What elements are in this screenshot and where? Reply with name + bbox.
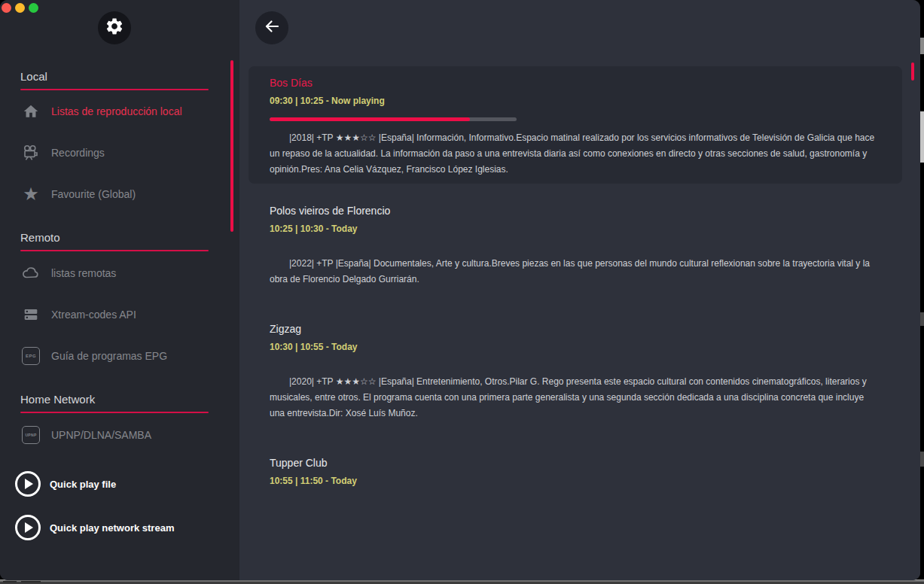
cloud-icon bbox=[21, 263, 41, 283]
movie-camera-icon bbox=[21, 143, 41, 163]
sidebar-item-label: UPNP/DLNA/SAMBA bbox=[51, 429, 151, 441]
background-fragment bbox=[920, 452, 924, 467]
sidebar-item-recordings[interactable]: Recordings bbox=[21, 141, 105, 164]
play-circle-icon bbox=[15, 515, 41, 540]
server-icon bbox=[21, 305, 41, 324]
sidebar: Local Listas de reproducción local Re bbox=[0, 0, 239, 580]
sidebar-item-label: Favourite (Global) bbox=[51, 188, 136, 200]
sidebar-section-home-network: Home Network bbox=[20, 392, 209, 413]
quick-action-label: Quick play network stream bbox=[50, 522, 174, 534]
sidebar-scrollbar-thumb[interactable] bbox=[230, 60, 233, 232]
settings-button[interactable] bbox=[98, 11, 131, 44]
epg-entry[interactable]: Tupper Club 10:55 | 11:50 - Today |2021|… bbox=[249, 455, 902, 512]
sidebar-item-favourite-global[interactable]: ★ Favourite (Global) bbox=[21, 183, 136, 205]
sidebar-section-remoto: Remoto bbox=[20, 230, 209, 251]
epg-program-list[interactable]: Bos Días 09:30 | 10:25 - Now playing |20… bbox=[249, 66, 902, 512]
epg-scrollbar-thumb[interactable] bbox=[911, 62, 914, 81]
section-title: Local bbox=[20, 69, 209, 84]
sidebar-item-epg-guide[interactable]: EPG Guía de programas EPG bbox=[21, 345, 167, 367]
section-title: Home Network bbox=[20, 392, 209, 407]
program-description: |2020| +TP ★★★☆☆ |España| Entretenimient… bbox=[270, 374, 881, 421]
background-fragment bbox=[920, 312, 924, 326]
program-time: 10:55 | 11:50 - Today bbox=[270, 475, 881, 487]
epg-badge-icon: EPG bbox=[21, 346, 41, 366]
sidebar-item-label: Recordings bbox=[51, 147, 105, 159]
star-icon: ★ bbox=[21, 184, 41, 204]
sidebar-section-local: Local bbox=[20, 69, 209, 90]
zoom-window-button[interactable] bbox=[29, 3, 38, 13]
sidebar-item-remote-lists[interactable]: listas remotas bbox=[21, 262, 116, 284]
background-fragment bbox=[21, 581, 41, 582]
quick-play-network-stream-button[interactable]: Quick play network stream bbox=[15, 515, 174, 540]
background-fragment bbox=[920, 38, 924, 54]
sidebar-item-label: Listas de reproducción local bbox=[51, 105, 182, 117]
quick-play-file-button[interactable]: Quick play file bbox=[15, 471, 116, 497]
sidebar-item-local-playlists[interactable]: Listas de reproducción local bbox=[21, 100, 182, 123]
program-time: 10:25 | 10:30 - Today bbox=[270, 223, 881, 235]
sidebar-item-upnp-dlna-samba[interactable]: UPNP UPNP/DLNA/SAMBA bbox=[21, 424, 151, 446]
program-title: Polos vieiros de Florencio bbox=[270, 203, 881, 218]
epg-entry[interactable]: Polos vieiros de Florencio 10:25 | 10:30… bbox=[249, 203, 902, 287]
program-title: Tupper Club bbox=[270, 455, 881, 470]
section-title: Remoto bbox=[20, 230, 209, 245]
section-underline bbox=[20, 412, 209, 413]
program-title: Zigzag bbox=[270, 321, 881, 336]
program-description: |2018| +TP ★★★☆☆ |España| Información, I… bbox=[270, 130, 881, 178]
section-underline bbox=[20, 250, 209, 251]
program-description: |2022| +TP |España| Documentales, Arte y… bbox=[270, 256, 881, 287]
play-circle-icon bbox=[15, 471, 41, 497]
epg-entry-now-playing[interactable]: Bos Días 09:30 | 10:25 - Now playing |20… bbox=[249, 66, 902, 184]
background-fragment bbox=[920, 111, 924, 163]
upnp-badge-icon: UPNP bbox=[21, 425, 41, 445]
program-time: 10:30 | 10:55 - Today bbox=[270, 341, 881, 353]
epg-entry[interactable]: Zigzag 10:30 | 10:55 - Today |2020| +TP … bbox=[249, 321, 902, 421]
program-time: 09:30 | 10:25 - Now playing bbox=[270, 95, 881, 107]
section-underline bbox=[20, 89, 209, 90]
sidebar-item-xtream-codes[interactable]: Xtream-codes API bbox=[21, 303, 136, 326]
minimize-window-button[interactable] bbox=[15, 3, 25, 13]
epg-panel: Bos Días 09:30 | 10:25 - Now playing |20… bbox=[239, 0, 920, 580]
app-window: Local Listas de reproducción local Re bbox=[0, 0, 920, 580]
sidebar-item-label: Guía de programas EPG bbox=[51, 350, 167, 362]
sidebar-item-label: Xtream-codes API bbox=[51, 309, 136, 321]
desktop: Local Listas de reproducción local Re bbox=[0, 0, 924, 584]
program-description: |2021| +TP ★★★☆☆ |España| Ocio y Aficion… bbox=[270, 508, 881, 512]
progress-bar bbox=[270, 117, 517, 121]
sidebar-item-label: listas remotas bbox=[51, 267, 116, 279]
close-window-button[interactable] bbox=[2, 3, 11, 13]
background-fragment bbox=[3, 581, 17, 582]
arrow-left-icon bbox=[262, 17, 282, 39]
quick-action-label: Quick play file bbox=[50, 479, 116, 490]
program-title: Bos Días bbox=[270, 75, 881, 90]
home-icon bbox=[21, 102, 41, 121]
gear-icon bbox=[105, 17, 124, 39]
progress-fill bbox=[270, 117, 470, 121]
back-button[interactable] bbox=[255, 11, 288, 44]
